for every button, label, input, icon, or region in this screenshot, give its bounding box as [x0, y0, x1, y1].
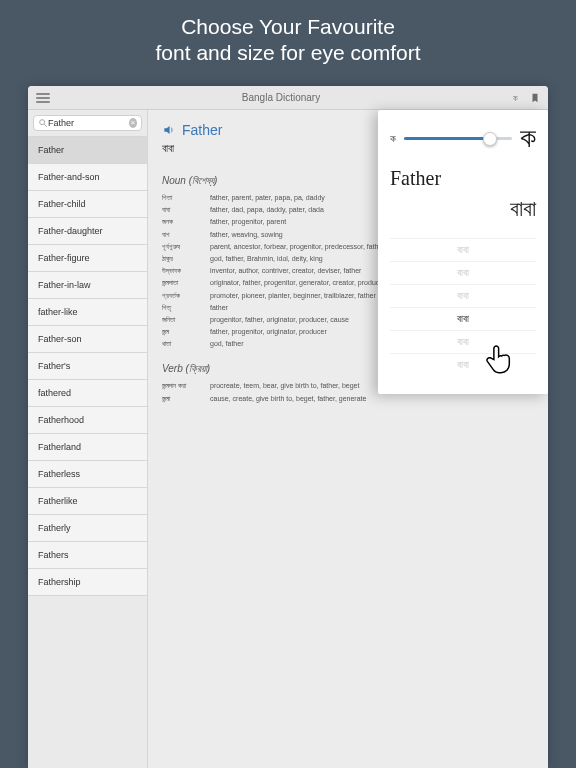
list-item[interactable]: Fatherless — [28, 461, 147, 488]
definition-en: cause, create, give birth to, beget, fat… — [210, 393, 534, 404]
clear-search-button[interactable]: × — [129, 118, 137, 128]
list-item[interactable]: Father's — [28, 353, 147, 380]
top-bar: Bangla Dictionary ক — [28, 86, 548, 110]
definition-bn: বাবা — [162, 204, 210, 215]
list-item[interactable]: Fathership — [28, 569, 147, 596]
list-item[interactable]: Fatherlike — [28, 488, 147, 515]
svg-line-2 — [44, 124, 47, 127]
entry-pane: Father বাবা Noun (বিশেষ্য) পিতাfather, p… — [148, 110, 548, 768]
definition-bn: জনক — [162, 216, 210, 227]
definition-bn: জন্মদান করা — [162, 380, 210, 391]
search-bar: × — [28, 110, 147, 137]
speaker-icon[interactable] — [162, 123, 176, 137]
list-item[interactable]: father-like — [28, 299, 147, 326]
definition-bn: জনিতা — [162, 314, 210, 325]
list-item[interactable]: Father — [28, 137, 147, 164]
svg-point-1 — [40, 120, 45, 125]
font-option[interactable]: বাবা — [390, 261, 536, 284]
list-item[interactable]: Father-and-son — [28, 164, 147, 191]
definition-bn: উদ্ভাবক — [162, 265, 210, 276]
slider-big-glyph: ক — [520, 122, 536, 155]
definition-bn: জন্মা — [162, 393, 210, 404]
hero-line1: Choose Your Favourite — [0, 14, 576, 40]
font-size-slider[interactable] — [404, 137, 512, 140]
definition-bn: ধাতা — [162, 338, 210, 349]
list-item[interactable]: Fatherhood — [28, 407, 147, 434]
svg-text:ক: ক — [513, 94, 518, 103]
app-window: Bangla Dictionary ক × FatherFather-and- — [28, 86, 548, 768]
list-item[interactable]: Father-daughter — [28, 218, 147, 245]
definition-row: জন্মাcause, create, give birth to, beget… — [162, 393, 534, 404]
list-item[interactable]: fathered — [28, 380, 147, 407]
list-item[interactable]: Father-figure — [28, 245, 147, 272]
menu-icon[interactable] — [36, 91, 50, 105]
list-item[interactable]: Father-son — [28, 326, 147, 353]
definition-bn: ঠাকুর — [162, 253, 210, 264]
font-settings-panel: ক ক Father বাবা বাবাবাবাবাবাবাবাবাবাবাবা — [378, 110, 548, 394]
list-item[interactable]: Father-child — [28, 191, 147, 218]
definition-bn: পিতৃ — [162, 302, 210, 313]
headword-text: Father — [182, 122, 222, 138]
sidebar: × FatherFather-and-sonFather-childFather… — [28, 110, 148, 768]
list-item[interactable]: Father-in-law — [28, 272, 147, 299]
search-input[interactable] — [48, 118, 129, 128]
font-option[interactable]: বাবা — [390, 307, 536, 330]
slider-small-glyph: ক — [390, 133, 396, 145]
definition-bn: বাপ — [162, 229, 210, 240]
hero-text: Choose Your Favourite font and size for … — [0, 0, 576, 77]
font-preview-en: Father — [390, 167, 536, 190]
definition-bn: পূর্বপুরুষ — [162, 241, 210, 252]
font-option[interactable]: বাবা — [390, 284, 536, 307]
bookmark-icon[interactable] — [530, 92, 540, 104]
definition-bn: জন্ম — [162, 326, 210, 337]
font-option[interactable]: বাবা — [390, 238, 536, 261]
font-option[interactable]: বাবা — [390, 330, 536, 353]
search-icon — [38, 118, 48, 128]
font-options-list: বাবাবাবাবাবাবাবাবাবাবাবা — [390, 238, 536, 376]
list-item[interactable]: Fatherly — [28, 515, 147, 542]
font-settings-icon[interactable]: ক — [512, 92, 524, 104]
hero-line2: font and size for eye comfort — [0, 40, 576, 66]
definition-bn: জন্মদাতা — [162, 277, 210, 288]
font-preview-bn: বাবা — [390, 196, 536, 222]
font-option[interactable]: বাবা — [390, 353, 536, 376]
app-title: Bangla Dictionary — [50, 92, 512, 103]
word-list: FatherFather-and-sonFather-childFather-d… — [28, 137, 147, 768]
list-item[interactable]: Fathers — [28, 542, 147, 569]
list-item[interactable]: Fatherland — [28, 434, 147, 461]
definition-bn: প্রবর্তক — [162, 290, 210, 301]
definition-bn: পিতা — [162, 192, 210, 203]
